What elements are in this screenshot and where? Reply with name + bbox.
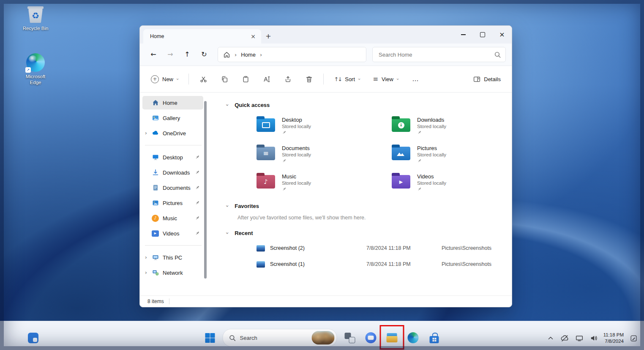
chevron-down-icon[interactable]: › [225, 205, 230, 207]
desktop-icon-recycle-bin[interactable]: ♻ Recycle Bin [21, 5, 50, 31]
desktop-icon-microsoft-edge[interactable]: ↗ Microsoft Edge [21, 53, 50, 86]
chevron-right-icon[interactable]: › [145, 131, 147, 136]
search-box[interactable] [372, 47, 506, 62]
details-label: Details [484, 76, 501, 82]
section-title: Favorites [235, 203, 259, 209]
quick-access-grid: Desktop Stored locally ↓ Downloads Store… [257, 115, 502, 195]
edge-icon [408, 332, 419, 343]
pen-workspace-icon[interactable] [629, 334, 638, 343]
plus-icon: + [151, 75, 159, 83]
search-highlight-image[interactable] [312, 331, 335, 345]
shortcut-arrow-icon: ↗ [25, 67, 31, 73]
status-divider [169, 298, 169, 304]
paste-button[interactable] [237, 71, 254, 87]
chevron-down-icon: › [175, 78, 180, 80]
desktop-folder-icon [257, 118, 275, 132]
new-tab-button[interactable]: + [261, 29, 276, 44]
chevron-down-icon[interactable]: › [225, 104, 230, 106]
sidebar-divider [145, 245, 202, 246]
refresh-button[interactable]: ↻ [196, 47, 212, 62]
item-count: 8 items [147, 298, 164, 304]
pin-icon [195, 216, 200, 221]
widgets-icon[interactable] [28, 333, 38, 343]
minimize-button[interactable] [453, 26, 473, 44]
sidebar-item-documents[interactable]: Documents [142, 181, 203, 194]
chevron-right-icon[interactable]: › [145, 255, 147, 260]
chat-button[interactable] [363, 329, 379, 346]
view-button[interactable]: ≡ View › [368, 71, 403, 87]
sort-button[interactable]: ↑↓ Sort › [330, 71, 364, 87]
sidebar-item-music[interactable]: ♪ Music [142, 211, 203, 225]
status-bar: 8 items [140, 295, 512, 307]
maximize-button[interactable] [473, 26, 492, 44]
chevron-down-icon: › [396, 78, 400, 80]
sidebar-item-desktop[interactable]: Desktop [142, 150, 203, 164]
section-recent[interactable]: › Recent [226, 226, 502, 240]
file-modified-date: 7/8/2024 11:18 PM [366, 245, 442, 251]
windows-logo-icon [205, 333, 215, 343]
forward-button[interactable]: → [163, 47, 178, 62]
sidebar-item-onedrive[interactable]: › OneDrive [142, 126, 203, 140]
quick-access-tile-downloads[interactable]: ↓ Downloads Stored locally [392, 115, 512, 139]
chevron-down-icon[interactable]: › [225, 232, 230, 234]
cut-button[interactable] [195, 71, 212, 87]
recent-file-row[interactable]: Screenshot (1) 7/8/2024 11:18 PM Picture… [257, 256, 502, 272]
address-bar[interactable]: › Home › [218, 47, 366, 62]
pin-icon [282, 187, 287, 191]
tray-chevron-up-icon[interactable] [546, 334, 555, 343]
tab-close-icon[interactable]: × [248, 32, 258, 41]
documents-small-icon [152, 184, 159, 191]
sidebar-item-pictures[interactable]: Pictures [142, 196, 203, 210]
sidebar-item-videos[interactable]: ▶ Videos [142, 227, 203, 240]
quick-access-tile-desktop[interactable]: Desktop Stored locally [257, 115, 392, 139]
tab-home[interactable]: Home × [143, 29, 261, 44]
favorites-empty-message: After you've favorited some files, we'll… [237, 215, 502, 221]
downloads-small-icon [152, 169, 159, 176]
rename-button[interactable] [258, 71, 275, 87]
store-button[interactable] [426, 329, 443, 346]
section-quick-access[interactable]: › Quick access [226, 98, 502, 112]
onedrive-offline-icon[interactable] [560, 334, 570, 343]
sidebar-item-network[interactable]: › Network [142, 266, 203, 279]
back-button[interactable]: ← [146, 47, 161, 62]
chevron-right-icon[interactable]: › [145, 270, 147, 275]
taskbar-clock[interactable]: 11:18 PM 7/8/2024 [603, 332, 624, 345]
breadcrumb-home[interactable]: Home [241, 52, 256, 58]
edge-button[interactable] [405, 329, 422, 346]
file-explorer-button[interactable] [384, 329, 401, 346]
sidebar-item-home[interactable]: Home [142, 96, 203, 109]
start-button[interactable] [202, 329, 218, 346]
close-button[interactable]: × [492, 26, 512, 44]
display-icon[interactable] [575, 334, 584, 343]
new-button[interactable]: + New › [147, 71, 183, 87]
recent-file-row[interactable]: Screenshot (2) 7/8/2024 11:18 PM Picture… [257, 240, 502, 256]
maximize-icon [480, 32, 485, 37]
sidebar-scrollbar[interactable] [204, 101, 207, 279]
pin-icon [417, 187, 422, 191]
section-favorites[interactable]: › Favorites [226, 199, 502, 213]
network-icon [152, 269, 159, 276]
delete-button[interactable] [300, 71, 317, 87]
details-button[interactable]: Details [469, 71, 505, 87]
sidebar-item-this-pc[interactable]: › This PC [142, 251, 203, 264]
share-button[interactable] [279, 71, 296, 87]
volume-icon[interactable] [589, 334, 598, 343]
breadcrumb-chevron-icon[interactable]: › [260, 52, 262, 57]
sidebar-item-gallery[interactable]: Gallery [142, 111, 203, 125]
quick-access-tile-pictures[interactable]: Pictures Stored locally [392, 143, 512, 167]
copy-button[interactable] [216, 71, 233, 87]
pin-icon [282, 159, 287, 163]
quick-access-tile-music[interactable]: ♪ Music Stored locally [257, 171, 392, 195]
home-icon [223, 51, 230, 58]
quick-access-tile-videos[interactable]: ▶ Videos Stored locally [392, 171, 512, 195]
sidebar-item-downloads[interactable]: Downloads [142, 166, 203, 179]
taskbar-search[interactable]: Search [223, 329, 337, 347]
pictures-folder-icon [392, 147, 410, 160]
task-view-button[interactable] [341, 329, 358, 346]
up-button[interactable]: ↑ [180, 47, 195, 62]
rename-icon [263, 76, 270, 83]
quick-access-tile-documents[interactable]: ≡ Documents Stored locally [257, 143, 392, 167]
section-title: Quick access [235, 102, 270, 108]
search-input[interactable] [378, 51, 494, 58]
more-options-button[interactable]: … [407, 71, 424, 87]
